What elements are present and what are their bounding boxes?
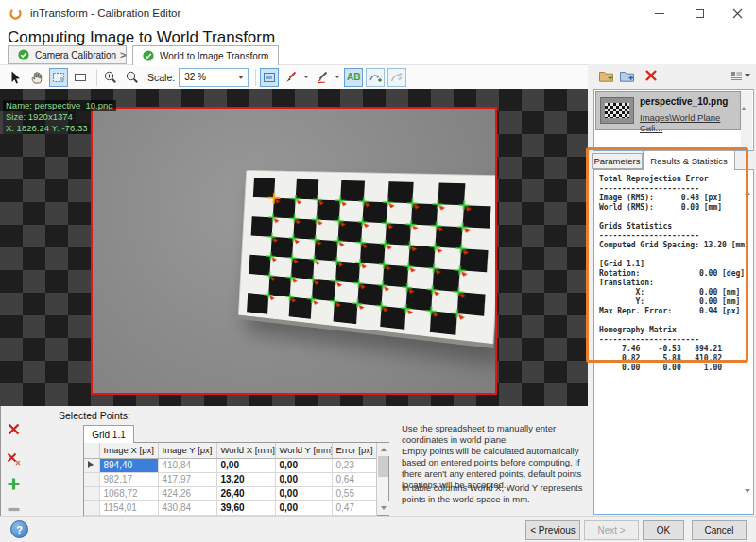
image-item-title: perspective_10.png [640,96,728,107]
cell-world-y[interactable]: 0,00 [275,458,332,472]
pick-point-tool-button[interactable] [282,68,301,87]
col-world-y[interactable]: World Y [mm] [275,443,332,458]
cell-error[interactable]: 0,23 [332,458,376,472]
pan-tool-icon [29,70,44,85]
zoom-in-button[interactable] [101,68,120,87]
help-button[interactable]: ? [10,520,28,538]
curve-edit-button[interactable] [387,68,406,87]
checkerboard-target [238,170,497,348]
cell-world-x[interactable]: 39,60 [216,500,275,515]
add-folder-button[interactable] [597,68,614,83]
image-viewer-canvas[interactable]: Name: perspective_10.png Size: 1920x1374… [0,89,588,406]
maximize-icon [696,9,704,18]
check-icon [143,50,154,61]
add-image-button[interactable] [618,68,635,83]
marquee-tool-button[interactable] [49,68,68,87]
table-row: 1068,72 424,26 26,40 0,00 0,55 [84,486,376,500]
scale-combo[interactable]: 32 % [179,68,249,87]
cell-error[interactable]: 0,47 [332,500,376,515]
tab-results-statistics[interactable]: Results & Statistics [643,150,735,170]
scroll-up-button[interactable] [377,443,389,456]
footer-bar: ? < Previous Next > OK Cancel [0,516,756,542]
tab-label: Results & Statistics [650,156,727,166]
fit-image-button[interactable] [260,68,279,87]
cursor-tool-button[interactable] [6,68,25,87]
delete-all-points-button[interactable] [6,450,22,466]
cell-world-x[interactable]: 13,20 [216,472,275,486]
rect-tool-button[interactable] [71,68,90,87]
ab-label: AB [347,72,360,82]
ab-labels-toggle[interactable]: AB [344,68,363,87]
delete-point-button[interactable] [6,421,22,437]
cell-image-y[interactable]: 430,84 [158,500,216,515]
calibration-image [91,107,497,395]
add-image-icon [619,69,635,83]
add-point-button[interactable] [6,476,22,492]
image-list-scrollbar[interactable] [741,91,752,149]
marquee-tool-icon [51,70,66,85]
delete-point-icon [7,422,21,436]
minimize-button[interactable] [641,0,679,26]
image-list-item[interactable]: perspective_10.png Images\World Plane Ca… [595,91,741,130]
cell-world-y[interactable]: 0,00 [275,472,332,486]
maximize-button[interactable] [680,0,718,26]
cell-world-x[interactable]: 0,00 [216,458,275,472]
points-table: Image X [px] Image Y [px] World X [mm] W… [83,442,389,516]
fit-image-icon [262,70,277,85]
table-row: 1154,01 430,84 39,60 0,00 0,47 [84,500,376,515]
tab-label: Parameters [593,156,640,166]
chevron-down-icon[interactable] [335,76,340,78]
scroll-up-icon[interactable] [745,175,750,192]
viewer-toolbar: Scale: 32 % AB [0,64,588,89]
cancel-button[interactable]: Cancel [692,520,747,540]
curve-add-icon [368,70,383,85]
scale-label: Scale: [147,72,175,83]
table-scrollbar[interactable] [376,443,388,515]
delete-image-button[interactable] [643,68,660,83]
results-statistics-panel[interactable]: Total Reprojection Error ---------------… [593,169,754,515]
calibration-editor-window: inTransform - Calibration Editor Computi… [0,0,756,542]
cell-image-x[interactable]: 982,17 [99,472,158,486]
close-button[interactable] [718,0,756,26]
cell-image-y[interactable]: 410,84 [158,458,216,472]
col-image-y[interactable]: Image Y [px] [158,443,216,458]
grid-tab-label: Grid 1.1 [92,430,126,440]
chevron-down-icon [745,74,750,77]
cell-error[interactable]: 0,55 [332,486,376,500]
scroll-down-icon[interactable] [745,493,750,510]
previous-button[interactable]: < Previous [525,520,580,540]
title-bar: inTransform - Calibration Editor [0,0,756,26]
draw-marker-tool-button[interactable] [313,68,332,87]
col-error[interactable]: Error [px] [332,443,376,458]
cell-world-x[interactable]: 26,40 [216,486,275,500]
zoom-out-button[interactable] [123,68,142,87]
col-world-x[interactable]: World X [mm] [216,443,275,458]
image-item-link[interactable]: Images\World Plane Cali... [640,112,740,133]
tab-camera-calibration[interactable]: Camera Calibration [8,45,127,64]
image-list: perspective_10.png Images\World Plane Ca… [593,89,754,151]
cursor-tool-icon [8,70,23,85]
pan-tool-button[interactable] [27,68,46,87]
cell-image-x[interactable]: 1154,01 [99,500,158,515]
cell-error[interactable]: 0,64 [332,472,376,486]
cell-image-y[interactable]: 417,97 [158,472,216,486]
tab-parameters[interactable]: Parameters [592,153,643,169]
close-icon [732,8,743,19]
cell-world-y[interactable]: 0,00 [275,500,332,515]
tab-world-to-image-transform[interactable]: World to Image Transform [132,45,279,65]
cell-image-x[interactable]: 1068,72 [99,486,158,500]
grid-tab[interactable]: Grid 1.1 [83,425,134,443]
cell-image-x[interactable]: 894,40 [99,458,158,472]
cell-world-y[interactable]: 0,00 [275,486,332,500]
col-image-x[interactable]: Image X [px] [99,443,158,458]
cell-image-y[interactable]: 424,26 [158,486,216,500]
remove-point-icon [7,502,21,517]
scrollbar-thumb[interactable] [378,456,388,477]
curve-add-button[interactable] [366,68,385,87]
scale-value: 32 % [180,72,238,82]
chevron-down-icon[interactable] [303,76,309,78]
ok-button[interactable]: OK [643,520,684,540]
scroll-down-button[interactable] [377,501,389,515]
zoom-out-icon [125,70,140,85]
view-options-caret[interactable] [741,68,756,83]
